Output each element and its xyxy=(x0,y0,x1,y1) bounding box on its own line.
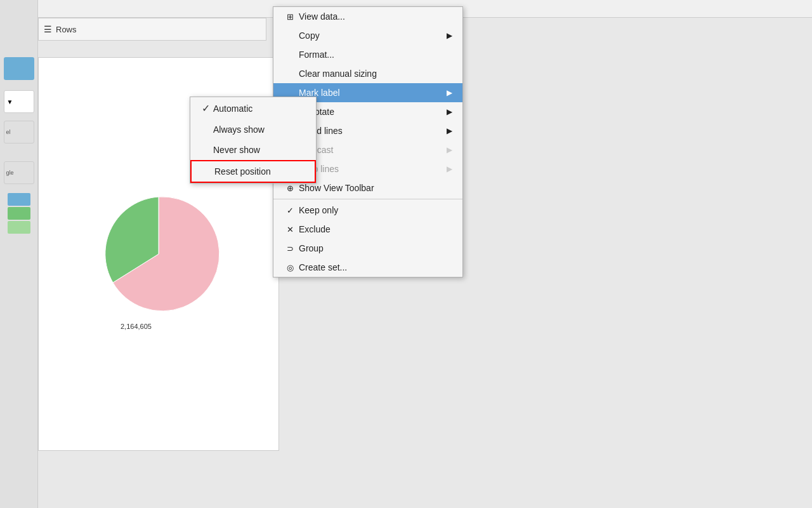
circle-icon: ◎ xyxy=(281,263,299,272)
sidebar-color-3 xyxy=(8,221,30,234)
submenu-label-reset-position: Reset position xyxy=(214,166,271,177)
submenu-item-reset-position[interactable]: Reset position xyxy=(190,160,316,183)
copy-arrow: ▶ xyxy=(447,31,452,40)
automatic-check: ✓ xyxy=(198,102,213,114)
submenu-label-automatic: Automatic xyxy=(213,104,252,114)
link-icon: ⊃ xyxy=(281,244,299,253)
rows-label: Rows xyxy=(56,25,77,34)
sidebar-item-label2: gle xyxy=(4,161,34,184)
submenu-item-always-show[interactable]: Always show xyxy=(190,119,316,140)
menu-item-exclude[interactable]: ✕ Exclude xyxy=(273,220,462,239)
menu-label-clear-sizing: Clear manual sizing xyxy=(299,69,452,79)
trend-lines-arrow: ▶ xyxy=(447,126,452,135)
divider-1 xyxy=(273,199,462,199)
menu-label-view-data: View data... xyxy=(299,11,452,22)
menu-label-exclude: Exclude xyxy=(299,224,452,234)
submenu-item-automatic[interactable]: ✓ Automatic xyxy=(190,97,316,119)
menu-item-view-data[interactable]: ⊞ View data... xyxy=(273,7,462,26)
sidebar-item-label1: el xyxy=(4,121,34,144)
menu-item-clear-sizing[interactable]: Clear manual sizing xyxy=(273,64,462,83)
menu-label-trend-lines: Trend lines xyxy=(299,126,436,136)
pie-chart: 2,164,605 xyxy=(95,190,222,318)
rows-bar: ☰ Rows xyxy=(38,18,266,41)
pie-svg xyxy=(95,190,222,318)
menu-item-group[interactable]: ⊃ Group xyxy=(273,239,462,258)
menu-label-show-toolbar: Show View Toolbar xyxy=(299,183,452,193)
menu-label-copy: Copy xyxy=(299,30,436,41)
menu-item-create-set[interactable]: ◎ Create set... xyxy=(273,258,462,277)
menu-label-keep-only: Keep only xyxy=(299,205,452,215)
annotate-arrow: ▶ xyxy=(447,107,452,116)
sidebar-color-2 xyxy=(8,207,30,220)
submenu-label-always-show: Always show xyxy=(213,124,265,135)
menu-label-format: Format... xyxy=(299,50,452,60)
zoom-icon: ⊕ xyxy=(281,184,299,193)
menu-label-mark-label: Mark label xyxy=(299,88,436,98)
menu-label-create-set: Create set... xyxy=(299,262,452,272)
mark-label-arrow: ▶ xyxy=(447,88,452,97)
sidebar-item-dropdown[interactable]: ▼ xyxy=(4,90,34,113)
grid-icon: ⊞ xyxy=(281,12,299,22)
menu-item-format[interactable]: Format... xyxy=(273,45,462,64)
submenu-label-never-show: Never show xyxy=(213,145,260,155)
menu-item-keep-only[interactable]: ✓ Keep only xyxy=(273,201,462,220)
drop-lines-arrow: ▶ xyxy=(447,164,452,173)
menu-item-copy[interactable]: Copy ▶ xyxy=(273,26,462,45)
left-sidebar: ▼ el gle xyxy=(0,0,38,508)
menu-label-group: Group xyxy=(299,243,452,253)
x-icon: ✕ xyxy=(281,225,299,234)
sidebar-color-1 xyxy=(8,193,30,206)
menu-label-forecast: Forecast xyxy=(299,145,436,155)
menu-label-annotate: Annotate xyxy=(299,107,436,117)
forecast-arrow: ▶ xyxy=(447,145,452,154)
mark-label-submenu: ✓ Automatic Always show Never show Reset… xyxy=(190,97,317,184)
submenu-item-never-show[interactable]: Never show xyxy=(190,140,316,160)
sidebar-item-1 xyxy=(4,57,34,80)
chart-label: 2,164,605 xyxy=(121,323,152,330)
rows-icon: ☰ xyxy=(44,24,52,34)
menu-label-drop-lines: Drop lines xyxy=(299,164,436,174)
check-icon: ✓ xyxy=(281,206,299,215)
